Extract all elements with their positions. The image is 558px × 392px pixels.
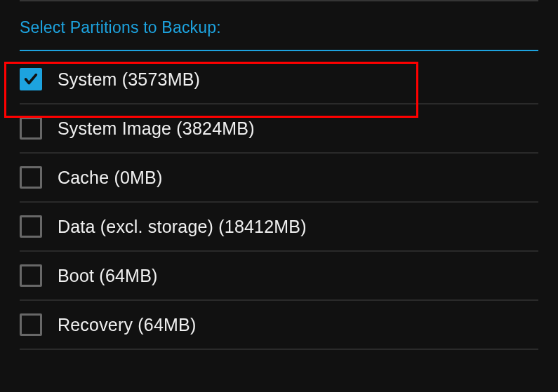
partition-label: Boot (64MB) [58,266,158,286]
partition-backup-panel: Select Partitions to Backup: System (357… [0,0,558,350]
partition-item[interactable]: System Image (3824MB) [20,104,538,154]
checkbox[interactable] [20,117,42,140]
partition-item[interactable]: Data (excl. storage) (18412MB) [20,203,538,252]
section-title: Select Partitions to Backup: [20,18,538,37]
title-underline [20,50,538,51]
checkbox[interactable] [20,215,42,238]
checkbox[interactable] [20,68,42,90]
partition-item[interactable]: System (3573MB) [20,55,538,104]
partition-item[interactable]: Cache (0MB) [20,154,538,203]
checkbox[interactable] [20,264,42,287]
check-icon [23,72,39,87]
partition-item[interactable]: Boot (64MB) [20,252,538,301]
partition-label: System (3573MB) [58,69,200,90]
checkbox[interactable] [20,166,42,189]
top-divider [20,0,538,1]
partition-item[interactable]: Recovery (64MB) [20,301,538,350]
partition-label: Cache (0MB) [58,168,162,188]
partition-label: System Image (3824MB) [58,119,255,139]
partition-label: Recovery (64MB) [58,315,197,335]
partition-label: Data (excl. storage) (18412MB) [58,217,307,237]
partition-list: System (3573MB)System Image (3824MB)Cach… [20,55,538,350]
checkbox[interactable] [20,313,42,336]
